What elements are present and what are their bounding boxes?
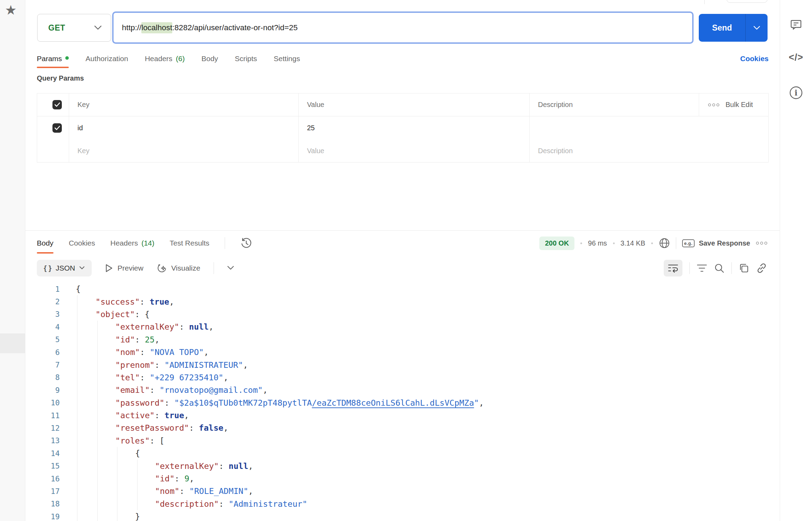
- param-key-cell[interactable]: id: [69, 116, 299, 139]
- url-input[interactable]: http://localhost:8282/api/user/activate-…: [112, 11, 694, 44]
- code-line: 3"object": {: [25, 308, 780, 321]
- top-divider-remnant: [704, 0, 705, 4]
- tab-authorization[interactable]: Authorization: [85, 49, 128, 69]
- save-response-button[interactable]: e.g. Save Response: [682, 239, 750, 247]
- indent-guide: [97, 346, 98, 358]
- line-number: 11: [25, 411, 60, 420]
- indent-guide: [97, 397, 98, 409]
- save-example-icon: e.g.: [682, 239, 695, 247]
- detected-link[interactable]: /eaZcTDM88ceOniLS6lCahL.dLsVCpMZa: [312, 398, 474, 408]
- tab-scripts[interactable]: Scripts: [235, 49, 257, 69]
- indent-guide: [77, 409, 77, 422]
- line-number: 13: [25, 436, 60, 445]
- cookies-link[interactable]: Cookies: [740, 49, 769, 69]
- indent-guide: [77, 384, 77, 396]
- line-number: 6: [25, 348, 60, 357]
- info-icon[interactable]: i: [789, 85, 803, 100]
- code-line: 16"id": 9,: [25, 472, 780, 485]
- link-icon[interactable]: [756, 263, 767, 274]
- send-options-button[interactable]: [745, 14, 768, 42]
- query-params-placeholder-row: Key Value Description: [37, 139, 768, 162]
- select-all-checkbox[interactable]: [52, 100, 62, 109]
- postman-app: ★ GET http://localhost:8282/api/user/act…: [0, 0, 812, 521]
- indent-guide: [77, 447, 77, 460]
- line-number: 18: [25, 499, 60, 508]
- magic-ball-icon: [157, 263, 167, 273]
- column-header-value: Value: [299, 93, 530, 116]
- response-meta: 200 OK 96 ms 3.14 KB e.g. Save Response: [539, 230, 767, 256]
- divider: [689, 262, 690, 274]
- indent-guide: [97, 498, 98, 510]
- comments-icon[interactable]: [789, 18, 803, 31]
- response-history-icon[interactable]: [240, 237, 252, 249]
- code-line: 15"externalKey": null,: [25, 460, 780, 472]
- description-input[interactable]: Description: [530, 139, 768, 162]
- favorite-star-icon[interactable]: ★: [5, 3, 17, 17]
- key-input[interactable]: Key: [69, 139, 299, 162]
- row-checkbox[interactable]: [52, 123, 62, 133]
- indent-guide: [77, 460, 77, 472]
- filter-icon[interactable]: [697, 264, 707, 273]
- chevron-down-icon: [79, 266, 85, 270]
- tab-body[interactable]: Body: [201, 49, 218, 69]
- code-icon[interactable]: </>: [789, 52, 803, 63]
- code-line: 9"email": "rnovatopo@gmail.com",: [25, 384, 780, 396]
- response-tab-test-results[interactable]: Test Results: [170, 230, 209, 256]
- param-description-cell[interactable]: [530, 116, 768, 139]
- format-select[interactable]: { } JSON: [37, 260, 92, 276]
- copy-icon[interactable]: [739, 263, 749, 273]
- code-line: 17"nom": "ROLE_ADMIN",: [25, 485, 780, 497]
- line-number: 14: [25, 449, 60, 458]
- play-icon: [105, 264, 113, 273]
- param-value-cell[interactable]: 25: [299, 116, 530, 139]
- line-number: 4: [25, 323, 60, 331]
- rail-highlight: [0, 333, 25, 353]
- url-highlight: localhost: [141, 22, 172, 33]
- visualize-button[interactable]: Visualize: [157, 263, 200, 273]
- chevron-down-icon[interactable]: [227, 266, 234, 270]
- indent-guide: [97, 358, 98, 371]
- bulk-edit-button[interactable]: Bulk Edit: [699, 93, 768, 116]
- response-body-json[interactable]: 1{2"success": true,3"object": {4"externa…: [25, 280, 780, 521]
- wrap-text-icon: [668, 264, 678, 273]
- wrap-text-button[interactable]: [664, 260, 682, 276]
- query-param-row: id25: [37, 116, 768, 139]
- response-more-options[interactable]: [756, 242, 767, 245]
- send-button-group: Send: [699, 14, 768, 42]
- separator-dot: [651, 242, 653, 244]
- tab-settings[interactable]: Settings: [274, 49, 300, 69]
- response-size[interactable]: 3.14 KB: [621, 239, 645, 247]
- tab-count-badge: (6): [176, 55, 185, 63]
- indent-guide: [97, 409, 98, 422]
- indent-guide: [77, 472, 77, 485]
- request-panel: GET http://localhost:8282/api/user/activ…: [25, 0, 780, 521]
- response-time[interactable]: 96 ms: [588, 239, 607, 247]
- code-line: 4"externalKey": null,: [25, 321, 780, 333]
- response-tab-cookies[interactable]: Cookies: [69, 230, 95, 256]
- tab-params[interactable]: Params: [37, 49, 69, 69]
- code-line: 1{: [25, 283, 780, 295]
- response-tab-headers[interactable]: Headers(14): [110, 230, 155, 256]
- more-options-icon: [708, 104, 719, 106]
- line-number: 10: [25, 398, 60, 407]
- search-icon[interactable]: [714, 263, 724, 273]
- url-suffix: :8282/api/user/activate-or-not?id=25: [172, 23, 298, 32]
- value-input[interactable]: Value: [299, 139, 530, 162]
- tab-headers[interactable]: Headers(6): [145, 49, 185, 69]
- network-globe-icon[interactable]: [659, 238, 670, 249]
- indent-guide: [77, 422, 77, 434]
- status-badge[interactable]: 200 OK: [539, 237, 574, 250]
- response-tab-body[interactable]: Body: [37, 230, 53, 256]
- params-active-dot: [65, 56, 69, 60]
- indent-guide: [97, 447, 98, 460]
- query-params-table: Key Value Description Bulk Edit id25 Key…: [37, 93, 769, 163]
- indent-guide: [97, 384, 98, 396]
- send-button[interactable]: Send: [699, 14, 745, 42]
- divider: [731, 262, 732, 274]
- indent-guide: [77, 295, 77, 308]
- indent-guide: [77, 333, 77, 346]
- preview-button[interactable]: Preview: [105, 264, 143, 273]
- line-number: 2: [25, 297, 60, 306]
- right-rail: </> i: [780, 0, 812, 521]
- method-select[interactable]: GET: [37, 14, 111, 42]
